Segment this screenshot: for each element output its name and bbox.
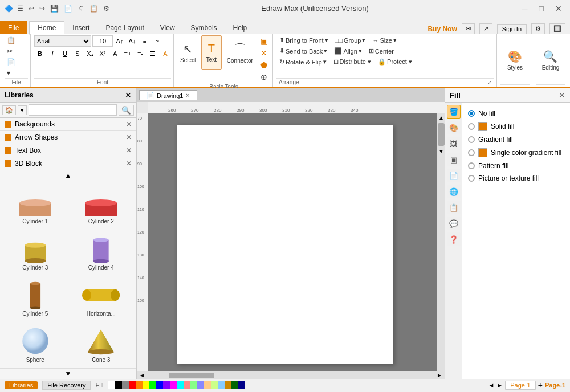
color-gray[interactable]	[122, 381, 129, 389]
shape-cylinder4[interactable]: Cylinder 4	[71, 232, 132, 273]
help-icon-btn[interactable]: ❓	[447, 232, 461, 246]
print-btn[interactable]: 🖨	[76, 4, 86, 13]
shape-cylinder1[interactable]: Cylinder 1	[5, 186, 66, 227]
color-white[interactable]	[108, 381, 115, 389]
file-recovery-btn[interactable]: File Recovery	[42, 381, 91, 390]
color-yellow[interactable]	[142, 381, 149, 389]
gear-icon[interactable]: ⚙	[531, 23, 545, 34]
extension-icon[interactable]: 🔲	[549, 23, 565, 34]
superscript-btn[interactable]: X²	[97, 48, 108, 59]
list-btn[interactable]: ☰	[147, 48, 158, 59]
minimize-btn[interactable]: ─	[519, 3, 531, 14]
library-item-text-box[interactable]: Text Box ✕	[0, 144, 136, 157]
color-dark-blue[interactable]	[238, 381, 245, 389]
shape-cylinder5[interactable]: Cylinder 5	[5, 278, 66, 320]
align-btn[interactable]: ⬛ Align ▾	[331, 46, 364, 56]
libraries-close-btn[interactable]: ✕	[125, 91, 132, 100]
shape-horizontal[interactable]: Horizonta...	[71, 278, 132, 320]
rotate-flip-btn[interactable]: ↻ Rotate & Flip ▾	[276, 57, 329, 67]
libraries-status-btn[interactable]: Libraries	[5, 381, 38, 389]
list-indent-btn[interactable]: ≡+	[122, 48, 133, 59]
color-pink[interactable]	[184, 381, 190, 389]
bring-front-dropdown[interactable]: ▾	[325, 36, 328, 44]
distribute-btn[interactable]: ⊟ Distribute ▾	[331, 57, 374, 67]
connector-btn[interactable]: ⌒ Connector	[224, 35, 256, 70]
library-item-arrow-shapes[interactable]: Arrow Shapes ✕	[0, 131, 136, 144]
color-purple[interactable]	[163, 381, 170, 389]
sign-in-btn[interactable]: Sign In	[497, 24, 527, 34]
page-tab-1[interactable]: Page-1	[505, 381, 535, 390]
tab-file[interactable]: File	[0, 21, 27, 34]
scroll-down-btn[interactable]: ▼	[437, 147, 445, 156]
share-icon[interactable]: ↗	[479, 23, 492, 34]
tab-page-layout[interactable]: Page Layout	[97, 21, 152, 34]
highlight-btn[interactable]: A	[160, 48, 171, 59]
center-btn[interactable]: ⊞ Center	[366, 46, 397, 56]
send-to-back-btn[interactable]: ⬇ Send to Back ▾	[276, 46, 330, 56]
lib-dropdown-btn[interactable]: ▾	[18, 105, 27, 115]
scroll-thumb-v[interactable]	[438, 123, 445, 146]
color-light-blue[interactable]	[197, 381, 204, 389]
align-btn[interactable]: ≡	[139, 35, 150, 47]
fill-bucket-icon-btn[interactable]: 🪣	[447, 105, 461, 119]
tab-close-btn[interactable]: ✕	[185, 92, 190, 99]
new-btn[interactable]: 📄	[62, 4, 74, 13]
undo-btn[interactable]: ↩	[27, 4, 36, 13]
lib-search-btn[interactable]: 🔍	[119, 105, 134, 116]
backgrounds-close-btn[interactable]: ✕	[126, 120, 132, 128]
fill-option-solid[interactable]: Solid fill	[467, 120, 565, 133]
drawing1-tab[interactable]: 📄 Drawing1 ✕	[139, 90, 197, 100]
paste-btn[interactable]: 📋	[88, 4, 100, 13]
file-action-btn2[interactable]: ✂	[5, 46, 18, 56]
tab-help[interactable]: Help	[225, 21, 255, 34]
lib-scroll-up[interactable]: ▲	[65, 172, 72, 179]
tab-home[interactable]: Home	[29, 21, 64, 35]
file-action-btn4[interactable]: ▾	[5, 68, 18, 78]
fill-option-single-gradient[interactable]: Single color gradient fill	[467, 146, 565, 160]
scroll-right-btn[interactable]: ►	[435, 372, 443, 378]
lib-home-btn[interactable]: 🏠	[2, 105, 16, 115]
bring-to-front-btn[interactable]: ⬆ Bring to Front ▾	[276, 35, 331, 45]
font-increase-btn[interactable]: A↑	[114, 35, 125, 47]
file-action-btn3[interactable]: 📄	[5, 57, 18, 67]
next-page-btn[interactable]: ►	[496, 382, 503, 389]
scrollbar-vertical[interactable]: ▲ ▼	[437, 113, 445, 371]
settings-btn[interactable]: ⚙	[101, 4, 111, 13]
scrollbar-horizontal[interactable]: ◄ ►	[137, 371, 445, 379]
list-outdent-btn[interactable]: ≡-	[135, 48, 146, 59]
document2-icon-btn[interactable]: 📋	[447, 201, 461, 214]
text-btn[interactable]: T Text	[201, 35, 222, 70]
color-cyan[interactable]	[177, 381, 184, 389]
color-green[interactable]	[149, 381, 156, 389]
shape-tool-3[interactable]: ⬟	[258, 59, 270, 71]
globe-icon-btn[interactable]: 🌐	[447, 185, 461, 198]
tab-view[interactable]: View	[152, 21, 183, 34]
file-action-btn1[interactable]: 📋	[5, 35, 18, 46]
scroll-left-btn[interactable]: ◄	[138, 372, 146, 378]
font-family-select[interactable]: Arial	[34, 35, 91, 47]
send-back-dropdown[interactable]: ▾	[324, 47, 327, 55]
text-box-close-btn[interactable]: ✕	[126, 146, 132, 154]
rotate-dropdown[interactable]: ▾	[323, 58, 327, 66]
subscript-btn[interactable]: X₂	[84, 48, 96, 59]
color-blue[interactable]	[156, 381, 163, 389]
tab-insert[interactable]: Insert	[64, 21, 97, 34]
shape-cone[interactable]: Cone 3	[71, 324, 132, 366]
chat-icon-btn[interactable]: 💬	[447, 217, 461, 230]
protect-btn[interactable]: 🔒 Protect ▾	[375, 57, 415, 67]
menu-btn[interactable]: ☰	[15, 4, 25, 13]
canvas-background[interactable]	[148, 113, 437, 371]
buy-now-link[interactable]: Buy Now	[427, 25, 457, 33]
shape-tool-4[interactable]: ⊕	[258, 71, 270, 83]
3d-block-close-btn[interactable]: ✕	[126, 160, 132, 168]
maximize-btn[interactable]: □	[536, 3, 547, 14]
group-btn[interactable]: □□ Group ▾	[332, 35, 369, 45]
add-page-btn[interactable]: +	[538, 381, 543, 390]
shape-cylinder3[interactable]: Cylinder 3	[5, 232, 66, 273]
canvas-paper[interactable]	[177, 125, 393, 364]
shape-tool-1[interactable]: ▣	[258, 35, 270, 47]
library-item-3d-block[interactable]: 3D Block ✕	[0, 157, 136, 170]
italic-btn[interactable]: I	[47, 48, 58, 59]
scroll-up-btn[interactable]: ▲	[437, 113, 445, 122]
redo-btn[interactable]: ↪	[38, 4, 47, 13]
